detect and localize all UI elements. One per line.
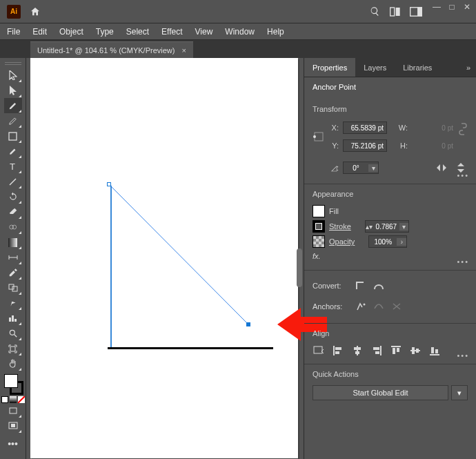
opacity-swatch-button[interactable]: [313, 235, 325, 248]
svg-text:T: T: [10, 162, 15, 170]
menu-effect[interactable]: Effect: [161, 27, 182, 37]
shape-builder-tool[interactable]: [4, 219, 22, 235]
align-bottom-icon[interactable]: [428, 344, 441, 357]
path-segment-base[interactable]: [108, 347, 273, 349]
svg-rect-35: [373, 347, 379, 350]
workspace-icon[interactable]: [406, 1, 426, 22]
column-graph-tool[interactable]: [4, 311, 22, 326]
menu-edit[interactable]: Edit: [32, 27, 47, 37]
more-options-icon[interactable]: •••: [457, 257, 469, 266]
svg-rect-13: [12, 315, 14, 322]
close-button[interactable]: ✕: [461, 2, 473, 12]
document-tab[interactable]: Untitled-1* @ 104.61 % (CMYK/Preview) ×: [30, 41, 193, 58]
quick-action-menu-icon[interactable]: ▾: [451, 385, 468, 400]
menu-object[interactable]: Object: [59, 27, 83, 37]
type-tool[interactable]: T: [4, 159, 22, 174]
maximize-button[interactable]: □: [446, 2, 458, 12]
menu-view[interactable]: View: [195, 27, 213, 37]
eyedropper-tool[interactable]: [4, 265, 22, 280]
tab-libraries[interactable]: Libraries: [395, 58, 440, 77]
reference-point-icon[interactable]: [313, 132, 325, 141]
align-left-icon[interactable]: [332, 344, 344, 357]
gradient-tool[interactable]: [4, 235, 22, 250]
svg-point-25: [313, 135, 316, 138]
more-options-icon[interactable]: •••: [457, 351, 469, 360]
svg-point-26: [364, 304, 366, 306]
line-tool[interactable]: [4, 174, 22, 189]
arrange-docs-icon[interactable]: [385, 1, 406, 22]
none-icon[interactable]: [18, 396, 25, 403]
anchor-tools-section: Convert: Anchors:: [304, 271, 476, 324]
menu-type[interactable]: Type: [96, 27, 114, 37]
curvature-tool[interactable]: [4, 113, 22, 128]
pen-tool[interactable]: [4, 98, 22, 113]
x-input[interactable]: 65.5839 pt: [343, 121, 387, 134]
menu-select[interactable]: Select: [126, 27, 149, 37]
selection-tool[interactable]: [4, 68, 22, 83]
rotate-input[interactable]: 0°▾: [343, 162, 379, 174]
transform-label: Transform: [313, 105, 468, 113]
width-tool[interactable]: [4, 250, 22, 265]
minimize-button[interactable]: —: [430, 2, 443, 12]
convert-corner-icon[interactable]: [354, 279, 368, 293]
symbol-sprayer-tool[interactable]: [4, 295, 22, 311]
menu-window[interactable]: Window: [225, 27, 255, 37]
fx-button[interactable]: fx.: [313, 252, 321, 260]
link-wh-icon[interactable]: [458, 123, 468, 135]
transform-section: Transform X:65.5839 pt W:0 pt Y:75.2106 …: [304, 99, 476, 184]
gradient-icon[interactable]: [10, 396, 17, 403]
align-to-dropdown[interactable]: [313, 344, 325, 357]
home-icon[interactable]: [25, 1, 46, 22]
hand-tool[interactable]: [4, 356, 22, 371]
direct-selection-tool[interactable]: [4, 83, 22, 98]
color-icon[interactable]: [1, 396, 8, 403]
align-vcenter-icon[interactable]: [409, 344, 422, 357]
anchors-label: Anchors:: [313, 302, 350, 311]
svg-line-22: [109, 184, 249, 325]
titlebar: Ai — □ ✕: [0, 0, 476, 23]
zoom-tool[interactable]: [4, 326, 22, 341]
anchor-point-end[interactable]: [246, 322, 250, 326]
flip-horizontal-icon[interactable]: [435, 161, 448, 175]
svg-rect-27: [314, 346, 322, 353]
artboard-tool[interactable]: [4, 341, 22, 356]
more-options-icon[interactable]: •••: [457, 171, 469, 179]
svg-rect-45: [435, 349, 438, 353]
draw-mode-icon[interactable]: [4, 403, 22, 418]
edit-toolbar-icon[interactable]: •••: [4, 436, 22, 451]
tab-layers[interactable]: Layers: [355, 58, 395, 77]
align-hcenter-icon[interactable]: [351, 344, 364, 357]
fill-swatch[interactable]: [4, 374, 18, 388]
convert-smooth-icon[interactable]: [372, 279, 386, 293]
rotate-tool[interactable]: [4, 189, 22, 204]
rectangle-tool[interactable]: [4, 128, 22, 144]
screen-mode-icon[interactable]: [4, 418, 22, 433]
fill-stroke-swatch[interactable]: [3, 374, 23, 395]
close-tab-icon[interactable]: ×: [181, 46, 186, 55]
blend-tool[interactable]: [4, 280, 22, 295]
search-icon[interactable]: [364, 1, 385, 22]
y-input[interactable]: 75.2106 pt: [343, 139, 387, 152]
path-segment-diagonal[interactable]: [109, 184, 249, 325]
stroke-swatch-button[interactable]: [313, 220, 325, 233]
align-right-icon[interactable]: [370, 344, 383, 357]
paintbrush-tool[interactable]: [4, 144, 22, 159]
svg-line-6: [10, 179, 16, 185]
menu-help[interactable]: Help: [267, 27, 284, 37]
align-top-icon[interactable]: [390, 344, 402, 357]
opacity-input[interactable]: 100%›: [368, 235, 407, 248]
svg-rect-33: [355, 351, 359, 354]
toolbar-grip[interactable]: [5, 61, 21, 66]
vertical-scrollbar[interactable]: [297, 248, 302, 287]
remove-anchor-icon[interactable]: [354, 300, 368, 313]
canvas[interactable]: [26, 58, 304, 459]
anchor-point-top[interactable]: [107, 182, 111, 186]
menu-file[interactable]: File: [7, 27, 20, 37]
artboard[interactable]: [30, 58, 298, 458]
stroke-weight-input[interactable]: ▴▾ 0.7867▾: [365, 220, 409, 233]
fill-swatch-button[interactable]: [313, 205, 325, 217]
start-global-edit-button[interactable]: Start Global Edit: [313, 385, 448, 400]
tab-properties[interactable]: Properties: [304, 58, 355, 77]
panel-menu-icon[interactable]: »: [461, 64, 476, 72]
eraser-tool[interactable]: [4, 204, 22, 219]
